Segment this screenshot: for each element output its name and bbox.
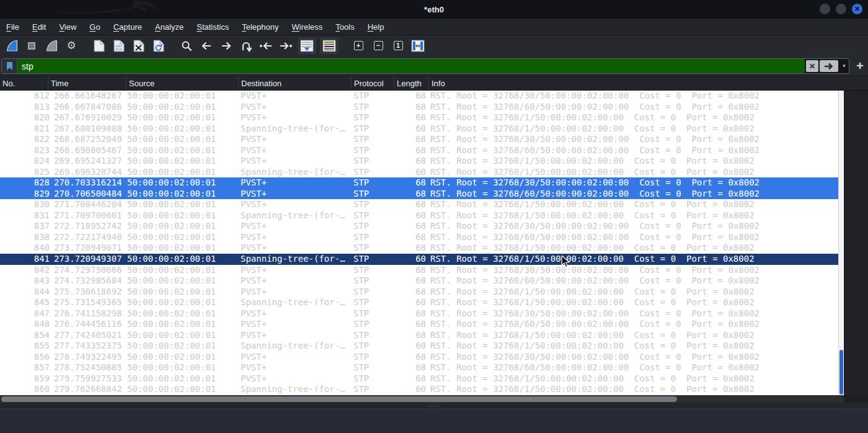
reload-file-icon[interactable]: [151, 38, 166, 54]
packet-row-831[interactable]: 831271.70970060150:00:00:02:00:01Spannin…: [0, 210, 838, 221]
column-header-protocol[interactable]: Protocol: [351, 76, 394, 90]
packet-row-813[interactable]: 813266.66784708650:00:00:02:00:01PVST+ST…: [0, 102, 838, 113]
cell-destination: Spanning-tree-(for-…: [241, 210, 350, 221]
save-file-icon[interactable]: 01010110: [112, 38, 126, 54]
packet-row-840[interactable]: 840273.72094907150:00:00:02:00:01PVST+ST…: [0, 243, 838, 254]
column-header-length[interactable]: Length: [394, 76, 428, 90]
pane-splitter[interactable]: [0, 403, 868, 408]
find-packet-icon[interactable]: [179, 38, 194, 54]
colorize-icon[interactable]: [321, 38, 338, 54]
cell-protocol: STP: [353, 362, 369, 373]
packet-row-857[interactable]: 857278.75245088550:00:00:02:00:01PVST+ST…: [0, 362, 838, 373]
menu-file[interactable]: File: [6, 22, 19, 32]
packet-row-825[interactable]: 825269.69632874450:00:00:02:00:01Spannin…: [0, 167, 838, 178]
zoom-in-icon[interactable]: +: [351, 38, 366, 54]
column-header-no[interactable]: No.: [0, 76, 48, 90]
packet-row-841[interactable]: 841273.72094930750:00:00:02:00:01Spannin…: [0, 254, 838, 265]
column-header-source[interactable]: Source: [126, 76, 238, 90]
packet-row-829[interactable]: 829270.70650048450:00:00:02:00:01PVST+ST…: [0, 189, 838, 200]
cell-info: RST. Root = 32768/30/50:00:00:02:00:00 C…: [430, 308, 760, 319]
menu-wireless[interactable]: Wireless: [292, 22, 323, 32]
horizontal-scrollbar-thumb[interactable]: [1, 396, 677, 402]
svg-text:0110: 0110: [115, 48, 122, 51]
packet-row-855[interactable]: 855277.74335237550:00:00:02:00:01Spannin…: [0, 341, 838, 352]
display-filter-input[interactable]: stp: [17, 59, 805, 73]
packet-row-822[interactable]: 822268.68725204950:00:00:02:00:01PVST+ST…: [0, 134, 838, 145]
packet-details-pane[interactable]: [0, 408, 868, 433]
packet-row-854[interactable]: 854277.74240502150:00:00:02:00:01PVST+ST…: [0, 330, 838, 341]
packet-row-837[interactable]: 837272.71895274250:00:00:02:00:01PVST+ST…: [0, 221, 838, 232]
resize-columns-icon[interactable]: [410, 38, 425, 54]
column-header-destination[interactable]: Destination: [238, 76, 351, 90]
packet-row-847[interactable]: 847276.74115829850:00:00:02:00:01PVST+ST…: [0, 308, 838, 319]
menu-view[interactable]: View: [59, 22, 76, 32]
vertical-scrollbar-thumb[interactable]: [839, 350, 843, 395]
stop-capture-icon[interactable]: [24, 38, 39, 54]
menu-statistics[interactable]: Statistics: [197, 22, 229, 32]
packet-row-860[interactable]: 860279.76266884250:00:00:02:00:01Spannin…: [0, 384, 838, 395]
cell-no: 823: [0, 145, 50, 156]
auto-scroll-icon[interactable]: [298, 38, 316, 54]
packet-row-842[interactable]: 842274.72975066650:00:00:02:00:01PVST+ST…: [0, 265, 838, 276]
vertical-scrollbar[interactable]: [838, 91, 844, 395]
title-bar[interactable]: *eth0 ✕: [0, 0, 868, 19]
zoom-out-icon[interactable]: −: [371, 38, 386, 54]
menu-analyze[interactable]: Analyze: [155, 22, 184, 32]
splitter-handle-icon[interactable]: [428, 404, 440, 408]
open-file-icon[interactable]: [92, 38, 107, 54]
cell-no: 840: [0, 243, 50, 254]
packet-row-820[interactable]: 820267.67691002950:00:00:02:00:01PVST+ST…: [0, 112, 838, 123]
close-button[interactable]: ✕: [852, 4, 862, 14]
go-to-packet-icon[interactable]: [239, 38, 254, 54]
cell-time: 277.743352375: [54, 341, 122, 352]
cell-time: 275.730618692: [54, 287, 122, 298]
close-file-icon[interactable]: [131, 38, 146, 54]
bookmark-icon[interactable]: [2, 59, 17, 73]
menu-telephony[interactable]: Telephony: [242, 22, 278, 32]
packet-row-823[interactable]: 823268.69080546750:00:00:02:00:01PVST+ST…: [0, 145, 838, 156]
minimize-button[interactable]: [820, 4, 830, 14]
packet-row-845[interactable]: 845275.73154936550:00:00:02:00:01Spannin…: [0, 297, 838, 308]
dropdown-caret-icon[interactable]: ▼: [839, 59, 849, 73]
capture-options-icon[interactable]: ⚙: [64, 38, 79, 54]
apply-filter-icon[interactable]: [820, 60, 838, 72]
menu-go[interactable]: Go: [89, 22, 100, 32]
cell-length: 60: [391, 297, 426, 308]
go-forward-icon[interactable]: [219, 38, 234, 54]
menu-help[interactable]: Help: [368, 22, 384, 32]
packet-row-844[interactable]: 844275.73061869250:00:00:02:00:01PVST+ST…: [0, 287, 838, 298]
maximize-button[interactable]: [836, 4, 846, 14]
cell-protocol: STP: [353, 134, 369, 145]
column-header-info[interactable]: Info: [428, 76, 838, 90]
packet-row-821[interactable]: 821267.68010988850:00:00:02:00:01Spannin…: [0, 123, 838, 135]
clear-filter-icon[interactable]: ✕: [806, 60, 818, 72]
menu-edit[interactable]: Edit: [32, 22, 46, 32]
menu-tools[interactable]: Tools: [335, 22, 354, 32]
restart-capture-icon[interactable]: [44, 38, 59, 54]
next-packet-icon[interactable]: [278, 38, 293, 54]
menu-capture[interactable]: Capture: [113, 22, 142, 32]
start-capture-icon[interactable]: [4, 38, 19, 54]
column-header-time[interactable]: Time: [48, 76, 126, 90]
packet-row-828[interactable]: 828270.70331621450:00:00:02:00:01PVST+ST…: [0, 177, 838, 189]
go-back-icon[interactable]: [199, 38, 214, 54]
previous-packet-icon[interactable]: [259, 38, 273, 54]
normal-size-icon[interactable]: 1: [391, 38, 405, 54]
cell-protocol: STP: [353, 243, 369, 254]
cell-info: RST. Root = 32768/30/50:00:00:02:00:00 C…: [430, 352, 760, 363]
packet-row-859[interactable]: 859279.75992753350:00:00:02:00:01PVST+ST…: [0, 373, 838, 385]
packet-row-838[interactable]: 838272.72217494850:00:00:02:00:01PVST+ST…: [0, 232, 838, 243]
cell-source: 50:00:00:02:00:01: [127, 287, 216, 298]
cell-destination: PVST+: [241, 145, 350, 156]
cell-no: 822: [0, 134, 50, 145]
packet-row-830[interactable]: 830271.70844620450:00:00:02:00:01PVST+ST…: [0, 199, 838, 210]
add-filter-icon[interactable]: +: [854, 59, 866, 73]
packet-row-856[interactable]: 856278.74932249550:00:00:02:00:01PVST+ST…: [0, 352, 838, 363]
packet-row-812[interactable]: 812266.66164826750:00:00:02:00:01PVST+ST…: [0, 91, 838, 102]
cell-destination: PVST+: [241, 134, 350, 145]
packet-row-824[interactable]: 824269.69524132750:00:00:02:00:01PVST+ST…: [0, 156, 838, 167]
packet-row-843[interactable]: 843274.73298568450:00:00:02:00:01PVST+ST…: [0, 275, 838, 287]
packet-row-848[interactable]: 848276.74445611650:00:00:02:00:01PVST+ST…: [0, 319, 838, 330]
cell-protocol: STP: [353, 210, 369, 221]
cell-destination: PVST+: [241, 287, 350, 298]
